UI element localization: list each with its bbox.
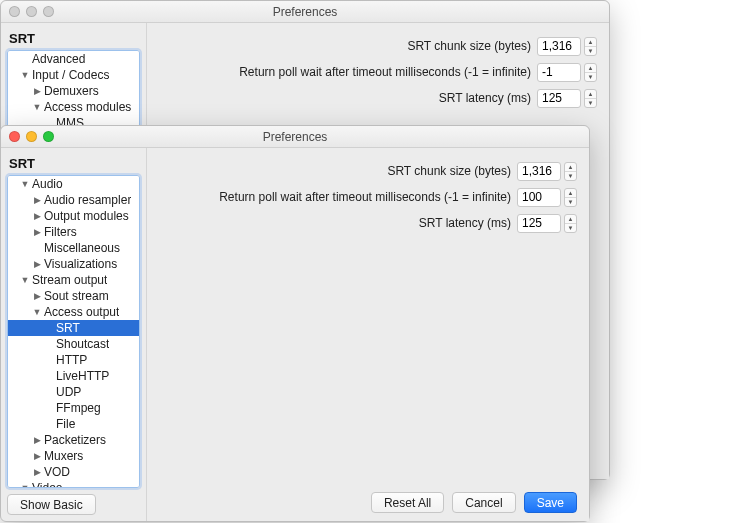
tree-item-label: Input / Codecs: [30, 68, 109, 82]
minimize-icon[interactable]: [26, 6, 37, 17]
disclosure-closed-icon[interactable]: [32, 451, 42, 461]
tree-item[interactable]: Miscellaneous: [8, 240, 139, 256]
close-icon[interactable]: [9, 6, 20, 17]
zoom-icon[interactable]: [43, 131, 54, 142]
tree-item-label: Sout stream: [42, 289, 109, 303]
close-icon[interactable]: [9, 131, 20, 142]
tree-item-label: UDP: [54, 385, 81, 399]
disclosure-closed-icon[interactable]: [32, 259, 42, 269]
disclosure-closed-icon[interactable]: [32, 86, 42, 96]
tree-item-label: Stream output: [30, 273, 107, 287]
tree-item-label: Visualizations: [42, 257, 117, 271]
tree-item-label: Access modules: [42, 100, 131, 114]
tree-item[interactable]: FFmpeg: [8, 400, 139, 416]
tree-item-label: Advanced: [30, 52, 85, 66]
poll-wait-input[interactable]: [517, 188, 561, 207]
disclosure-closed-icon[interactable]: [32, 195, 42, 205]
tree-item-label: Demuxers: [42, 84, 99, 98]
tree-item[interactable]: VOD: [8, 464, 139, 480]
show-basic-button[interactable]: Show Basic: [7, 494, 96, 515]
tree-item[interactable]: LiveHTTP: [8, 368, 139, 384]
tree-item-label: Shoutcast: [54, 337, 109, 351]
tree-item[interactable]: Shoutcast: [8, 336, 139, 352]
poll-wait-stepper[interactable]: ▲▼: [584, 63, 597, 82]
tree-item-label: Packetizers: [42, 433, 106, 447]
window-title: Preferences: [1, 5, 609, 19]
tree-item[interactable]: Video: [8, 480, 139, 488]
chunk-size-stepper[interactable]: ▲▼: [564, 162, 577, 181]
tree-item[interactable]: UDP: [8, 384, 139, 400]
tree-item-label: Video: [30, 481, 62, 488]
tree-item[interactable]: Access output: [8, 304, 139, 320]
tree-item[interactable]: HTTP: [8, 352, 139, 368]
tree-item-label: Audio: [30, 177, 63, 191]
disclosure-open-icon[interactable]: [32, 102, 42, 112]
sidebar-header: SRT: [7, 154, 140, 175]
tree-item[interactable]: Visualizations: [8, 256, 139, 272]
zoom-icon[interactable]: [43, 6, 54, 17]
chunk-size-label: SRT chunk size (bytes): [407, 39, 531, 53]
disclosure-open-icon[interactable]: [20, 179, 30, 189]
window-title: Preferences: [1, 130, 589, 144]
tree-item[interactable]: Access modules: [8, 99, 139, 115]
tree-item-selected[interactable]: SRT: [8, 320, 139, 336]
tree-item[interactable]: Stream output: [8, 272, 139, 288]
poll-wait-label: Return poll wait after timeout milliseco…: [219, 190, 511, 204]
latency-input[interactable]: [517, 214, 561, 233]
chunk-size-input[interactable]: [537, 37, 581, 56]
latency-label: SRT latency (ms): [439, 91, 531, 105]
tree-item[interactable]: Muxers: [8, 448, 139, 464]
tree-item[interactable]: Audio: [8, 176, 139, 192]
disclosure-closed-icon[interactable]: [32, 227, 42, 237]
tree-item-label: VOD: [42, 465, 70, 479]
chunk-size-input[interactable]: [517, 162, 561, 181]
tree-item-label: Access output: [42, 305, 119, 319]
tree-item-label: Output modules: [42, 209, 129, 223]
disclosure-closed-icon[interactable]: [32, 467, 42, 477]
disclosure-open-icon[interactable]: [20, 483, 30, 488]
tree-item-label: Audio resampler: [42, 193, 131, 207]
minimize-icon[interactable]: [26, 131, 37, 142]
tree-item-label: FFmpeg: [54, 401, 101, 415]
cancel-button[interactable]: Cancel: [452, 492, 515, 513]
tree-item-label: SRT: [54, 321, 80, 335]
latency-stepper[interactable]: ▲▼: [584, 89, 597, 108]
tree-item[interactable]: Output modules: [8, 208, 139, 224]
tree-item-label: Miscellaneous: [42, 241, 120, 255]
poll-wait-label: Return poll wait after timeout milliseco…: [239, 65, 531, 79]
disclosure-open-icon[interactable]: [20, 70, 30, 80]
tree-item[interactable]: Advanced: [8, 51, 139, 67]
chunk-size-stepper[interactable]: ▲▼: [584, 37, 597, 56]
titlebar[interactable]: Preferences: [1, 126, 589, 148]
tree-item[interactable]: File: [8, 416, 139, 432]
disclosure-closed-icon[interactable]: [32, 211, 42, 221]
tree-item-label: File: [54, 417, 75, 431]
preferences-window-front: Preferences SRT AudioAudio resamplerOutp…: [0, 125, 590, 522]
tree-item[interactable]: Demuxers: [8, 83, 139, 99]
poll-wait-stepper[interactable]: ▲▼: [564, 188, 577, 207]
latency-stepper[interactable]: ▲▼: [564, 214, 577, 233]
reset-all-button[interactable]: Reset All: [371, 492, 444, 513]
tree-item-label: HTTP: [54, 353, 87, 367]
tree-item[interactable]: Input / Codecs: [8, 67, 139, 83]
tree-item-label: Muxers: [42, 449, 83, 463]
disclosure-open-icon[interactable]: [32, 307, 42, 317]
chunk-size-label: SRT chunk size (bytes): [387, 164, 511, 178]
save-button[interactable]: Save: [524, 492, 577, 513]
tree-item[interactable]: Filters: [8, 224, 139, 240]
category-tree[interactable]: AudioAudio resamplerOutput modulesFilter…: [7, 175, 140, 488]
tree-item[interactable]: Sout stream: [8, 288, 139, 304]
titlebar[interactable]: Preferences: [1, 1, 609, 23]
disclosure-closed-icon[interactable]: [32, 291, 42, 301]
tree-item-label: LiveHTTP: [54, 369, 109, 383]
latency-label: SRT latency (ms): [419, 216, 511, 230]
disclosure-open-icon[interactable]: [20, 275, 30, 285]
sidebar-header: SRT: [7, 29, 140, 50]
poll-wait-input[interactable]: [537, 63, 581, 82]
disclosure-closed-icon[interactable]: [32, 435, 42, 445]
tree-item[interactable]: Audio resampler: [8, 192, 139, 208]
tree-item-label: Filters: [42, 225, 77, 239]
tree-item[interactable]: Packetizers: [8, 432, 139, 448]
latency-input[interactable]: [537, 89, 581, 108]
